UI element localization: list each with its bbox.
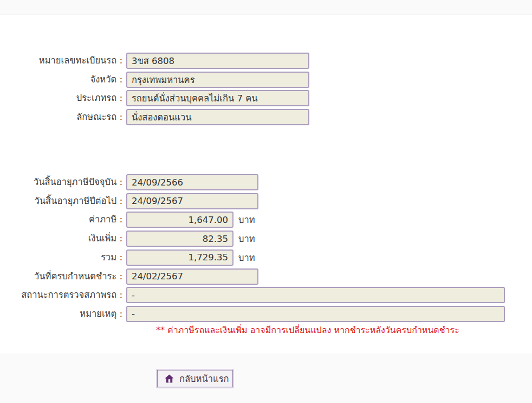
tax-change-warning-note: ** ค่าภาษีรถและเงินเพิ่ม อาจมีการเปลี่ยน…	[156, 325, 532, 336]
tax-expiry-next-label: วันสิ้นอายุภาษีปีต่อไป :	[0, 193, 126, 209]
inspection-status-label: สถานะการตรวจสภาพรถ :	[0, 287, 126, 303]
home-icon	[165, 374, 174, 383]
top-band	[0, 0, 532, 15]
row-body-style: ลักษณะรถ :	[0, 109, 532, 125]
row-inspection-status: สถานะการตรวจสภาพรถ :	[0, 287, 532, 303]
payment-due-date-field[interactable]	[126, 268, 258, 285]
body-style-field[interactable]	[126, 109, 309, 125]
row-tax-expiry-current: วันสิ้นอายุภาษีปัจจุบัน :	[0, 174, 532, 190]
back-to-home-label: กลับหน้าแรก	[179, 372, 229, 386]
tax-expiry-current-label: วันสิ้นอายุภาษีปัจจุบัน :	[0, 174, 126, 190]
tax-expiry-next-field[interactable]	[126, 193, 258, 209]
row-surcharge: เงินเพิ่ม : บาท	[0, 231, 532, 247]
row-total: รวม : บาท	[0, 250, 532, 266]
vehicle-type-label: ประเภทรถ :	[0, 90, 126, 106]
inspection-status-field[interactable]	[126, 287, 505, 303]
surcharge-field[interactable]	[126, 231, 233, 247]
surcharge-label: เงินเพิ่ม :	[0, 231, 126, 247]
surcharge-unit: บาท	[238, 232, 255, 246]
back-to-home-button[interactable]: กลับหน้าแรก	[156, 369, 234, 388]
footer-bar: กลับหน้าแรก	[0, 354, 532, 403]
row-tax-expiry-next: วันสิ้นอายุภาษีปีต่อไป :	[0, 193, 532, 209]
row-remark: หมายเหตุ :	[0, 306, 532, 322]
vehicle-type-field[interactable]	[126, 90, 309, 106]
registration-number-label: หมายเลขทะเบียนรถ :	[0, 53, 126, 69]
remark-field[interactable]	[126, 306, 505, 322]
content-area: หมายเลขทะเบียนรถ : จังหวัด : ประเภทรถ : …	[0, 15, 532, 336]
vehicle-tax-form: หมายเลขทะเบียนรถ : จังหวัด : ประเภทรถ : …	[0, 15, 532, 336]
total-field[interactable]	[126, 250, 233, 266]
province-field[interactable]	[126, 72, 309, 88]
row-tax-amount: ค่าภาษี : บาท	[0, 212, 532, 228]
total-label: รวม :	[0, 250, 126, 266]
row-payment-due-date: วันที่ครบกำหนดชำระ :	[0, 268, 532, 285]
total-unit: บาท	[238, 251, 255, 265]
registration-number-field[interactable]	[126, 53, 309, 69]
tax-inquiry-page: หมายเลขทะเบียนรถ : จังหวัด : ประเภทรถ : …	[0, 0, 532, 403]
payment-due-date-label: วันที่ครบกำหนดชำระ :	[0, 268, 126, 285]
row-registration-number: หมายเลขทะเบียนรถ :	[0, 53, 532, 69]
province-label: จังหวัด :	[0, 72, 126, 88]
tax-amount-unit: บาท	[238, 213, 255, 227]
row-province: จังหวัด :	[0, 72, 532, 88]
remark-label: หมายเหตุ :	[0, 306, 126, 322]
tax-amount-field[interactable]	[126, 212, 233, 228]
tax-expiry-current-field[interactable]	[126, 174, 258, 190]
row-vehicle-type: ประเภทรถ :	[0, 90, 532, 106]
body-style-label: ลักษณะรถ :	[0, 109, 126, 125]
tax-amount-label: ค่าภาษี :	[0, 212, 126, 228]
